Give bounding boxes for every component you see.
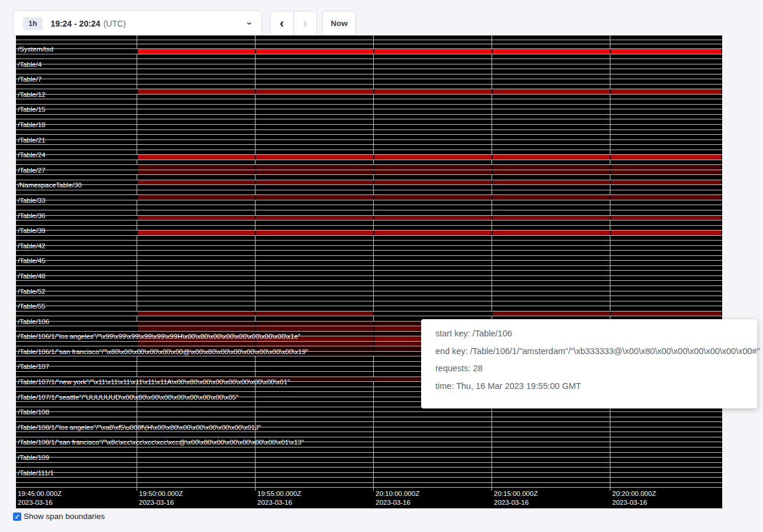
time-range-selector[interactable]: 1h 19:24 - 20:24 (UTC) › (13, 11, 262, 36)
span-band[interactable] (16, 200, 722, 206)
row-label: /Table/111/1 (18, 469, 54, 476)
span-band[interactable] (16, 210, 722, 216)
span-row[interactable]: /Table/33 (16, 200, 722, 216)
span-band[interactable] (16, 463, 722, 468)
span-band[interactable] (16, 115, 722, 120)
show-span-boundaries-checkbox[interactable]: ✓ (13, 512, 21, 521)
span-band[interactable] (16, 251, 722, 256)
span-band[interactable] (16, 59, 722, 64)
span-band[interactable] (16, 165, 722, 170)
span-band[interactable] (16, 226, 722, 231)
span-band[interactable] (16, 170, 722, 176)
span-band[interactable] (16, 79, 722, 85)
span-band[interactable] (16, 44, 722, 49)
span-band[interactable] (16, 432, 722, 437)
span-band-segment (610, 89, 722, 94)
span-band[interactable] (16, 99, 722, 105)
span-band[interactable] (16, 301, 722, 307)
span-row[interactable]: /Table/52 (16, 291, 722, 307)
span-band[interactable] (16, 95, 722, 100)
span-band[interactable] (16, 54, 722, 60)
span-band[interactable] (16, 150, 722, 155)
span-row[interactable]: /Table/108/1/"san francisco"/"\x8c\xcc\x… (16, 442, 722, 458)
span-row[interactable]: /Table/45 (16, 261, 722, 276)
span-band[interactable] (16, 160, 722, 166)
span-band[interactable] (16, 85, 722, 90)
span-band[interactable] (16, 306, 722, 312)
span-band-segment (255, 165, 373, 170)
span-row[interactable]: /Table/21 (16, 140, 722, 155)
span-band[interactable] (16, 64, 722, 70)
span-band[interactable] (16, 458, 722, 463)
span-band[interactable] (16, 468, 722, 473)
span-row[interactable] (16, 35, 722, 49)
span-band[interactable] (16, 266, 722, 271)
span-band[interactable] (16, 447, 722, 453)
span-row[interactable]: /Table/111/1 (16, 473, 722, 488)
span-band[interactable] (16, 130, 722, 135)
span-band[interactable] (16, 175, 722, 180)
axis-tick-mark (137, 488, 137, 491)
span-band[interactable] (16, 140, 722, 145)
span-row[interactable]: /Table/27 (16, 170, 722, 186)
span-row[interactable]: /Table/24 (16, 155, 722, 170)
span-band[interactable] (16, 40, 722, 45)
previous-range-button[interactable]: ‹ (270, 11, 293, 36)
span-row[interactable]: /Table/109 (16, 458, 722, 473)
span-band[interactable] (16, 89, 722, 95)
span-band[interactable] (16, 271, 722, 276)
span-band[interactable] (16, 180, 722, 186)
span-band[interactable] (16, 231, 722, 236)
span-band[interactable] (16, 246, 722, 251)
span-band[interactable] (16, 220, 722, 226)
span-row[interactable]: /Table/7 (16, 79, 722, 95)
span-row[interactable]: /Table/36 (16, 216, 722, 231)
span-row[interactable]: /Table/12 (16, 95, 722, 110)
span-band-segment (492, 195, 610, 200)
span-band[interactable] (16, 69, 722, 74)
span-band[interactable] (16, 236, 722, 241)
span-band[interactable] (16, 205, 722, 210)
span-band[interactable] (16, 256, 722, 261)
row-label: /NamespaceTable/30 (18, 181, 82, 189)
span-band[interactable] (16, 417, 722, 423)
span-band[interactable] (16, 185, 722, 190)
span-band[interactable] (16, 216, 722, 221)
span-band[interactable] (16, 74, 722, 80)
span-band[interactable] (16, 473, 722, 478)
now-button[interactable]: Now (322, 11, 356, 36)
span-band[interactable] (16, 483, 722, 488)
span-row[interactable]: /Table/18 (16, 125, 722, 140)
span-band[interactable] (16, 145, 722, 150)
span-band[interactable] (16, 453, 722, 458)
span-band[interactable] (16, 125, 722, 130)
span-row[interactable]: /System/tsd (16, 49, 722, 64)
span-row[interactable]: /Table/42 (16, 246, 722, 261)
span-row[interactable]: /NamespaceTable/30 (16, 185, 722, 200)
span-band[interactable] (16, 312, 722, 317)
span-row[interactable]: /Table/15 (16, 109, 722, 125)
span-band[interactable] (16, 190, 722, 196)
span-row[interactable]: /Table/4 (16, 64, 722, 80)
span-band[interactable] (16, 286, 722, 291)
span-band[interactable] (16, 281, 722, 286)
span-row[interactable]: /Table/48 (16, 276, 722, 291)
span-band[interactable] (16, 119, 722, 125)
next-range-button[interactable]: › (293, 11, 317, 36)
span-band[interactable] (16, 276, 722, 281)
span-band[interactable] (16, 261, 722, 266)
span-band[interactable] (16, 296, 722, 301)
span-band[interactable] (16, 35, 722, 40)
span-band[interactable] (16, 105, 722, 110)
span-band[interactable] (16, 49, 722, 54)
span-band[interactable] (16, 291, 722, 297)
span-row[interactable]: /Table/39 (16, 231, 722, 246)
span-band[interactable] (16, 195, 722, 200)
span-band[interactable] (16, 412, 722, 417)
span-band[interactable] (16, 155, 722, 160)
span-band[interactable] (16, 241, 722, 246)
span-band[interactable] (16, 478, 722, 483)
span-band[interactable] (16, 135, 722, 140)
key-visualizer-canvas[interactable]: /System/tsd/Table/4/Table/7/Table/12/Tab… (16, 35, 722, 508)
span-band[interactable] (16, 109, 722, 115)
